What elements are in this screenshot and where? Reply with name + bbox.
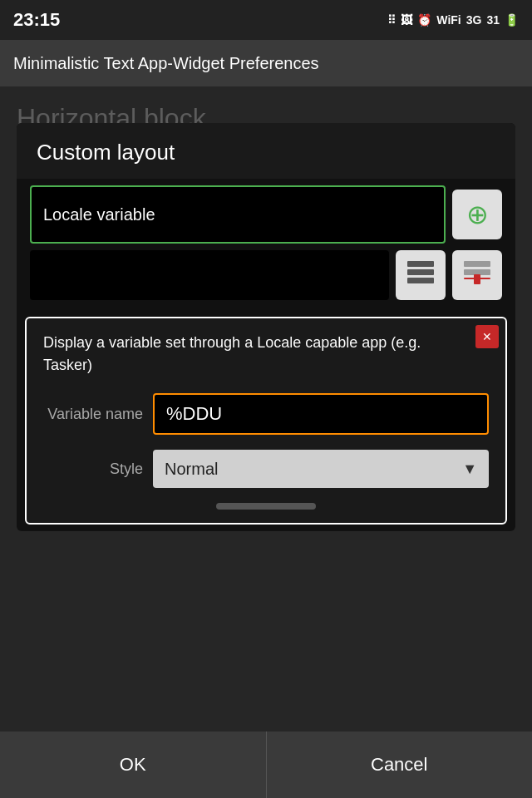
svg-rect-4 xyxy=(464,269,490,275)
style-label: Style xyxy=(43,461,143,478)
panel-close-button[interactable]: ✕ xyxy=(475,325,499,348)
locale-variable-panel: ✕ Display a variable set through a Local… xyxy=(25,317,507,525)
wifi-icon: WiFi xyxy=(436,13,461,27)
add-widget-button[interactable]: ⊕ xyxy=(452,190,502,239)
battery-level: 31 xyxy=(486,13,500,27)
dialog-buttons: OK Cancel xyxy=(0,732,532,798)
svg-rect-0 xyxy=(407,261,434,267)
svg-rect-3 xyxy=(464,261,490,267)
widget-name-box[interactable]: Locale variable xyxy=(30,185,446,244)
edit-rows-icon xyxy=(406,258,436,293)
clock-icon: ⏰ xyxy=(417,13,431,27)
variable-name-input[interactable] xyxy=(153,393,489,435)
battery-icon: 🔋 xyxy=(505,13,519,27)
svg-rect-1 xyxy=(407,269,434,275)
style-select[interactable]: Normal Bold Italic Bold Italic xyxy=(153,450,489,488)
style-select-wrapper: Normal Bold Italic Bold Italic ▼ xyxy=(153,450,489,488)
widget-name-label: Locale variable xyxy=(43,205,155,224)
svg-rect-2 xyxy=(407,278,434,283)
scrollbar-hint xyxy=(216,503,316,510)
dialog-title: Custom layout xyxy=(17,123,515,179)
app-title: Minimalistic Text App-Widget Preferences xyxy=(13,54,319,73)
close-icon: ✕ xyxy=(482,330,492,343)
variable-name-row: Variable name xyxy=(43,393,489,435)
cancel-label: Cancel xyxy=(371,754,427,776)
widget-list: Locale variable ⊕ xyxy=(17,179,515,313)
grid-icon: ⠿ xyxy=(387,13,396,27)
svg-rect-6 xyxy=(474,274,480,284)
status-time: 23:15 xyxy=(13,9,60,31)
status-bar: 23:15 ⠿ 🖼 ⏰ WiFi 3G 31 🔋 xyxy=(0,0,532,40)
add-icon: ⊕ xyxy=(466,199,489,230)
widget-controls-row xyxy=(30,250,502,300)
style-row: Style Normal Bold Italic Bold Italic ▼ xyxy=(43,450,489,488)
delete-icon xyxy=(462,258,492,293)
status-icons: ⠿ 🖼 ⏰ WiFi 3G 31 🔋 xyxy=(387,13,519,27)
variable-name-label: Variable name xyxy=(43,406,143,423)
panel-description: Display a variable set through a Locale … xyxy=(43,332,489,377)
image-icon: 🖼 xyxy=(401,13,412,27)
custom-layout-dialog: Custom layout Locale variable ⊕ xyxy=(17,123,515,531)
edit-widget-button[interactable] xyxy=(396,250,446,300)
ok-button[interactable]: OK xyxy=(0,732,267,798)
app-bar: Minimalistic Text App-Widget Preferences xyxy=(0,40,532,86)
ok-label: OK xyxy=(120,754,146,776)
widget-row: Locale variable ⊕ xyxy=(30,185,502,244)
delete-widget-button[interactable] xyxy=(452,250,502,300)
cancel-button[interactable]: Cancel xyxy=(267,732,533,798)
signal-icon: 3G xyxy=(466,13,482,27)
